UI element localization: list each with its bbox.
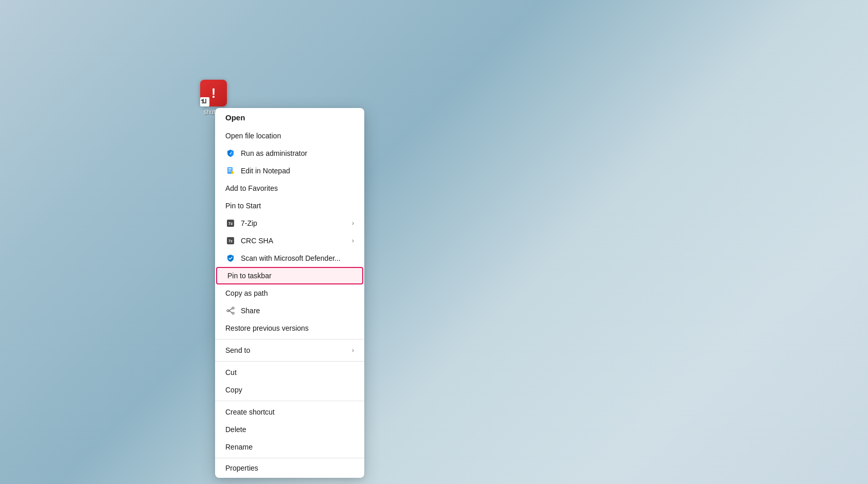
menu-item-share[interactable]: Share: [215, 302, 364, 319]
menu-item-crc-sha[interactable]: 7z CRC SHA ›: [215, 232, 364, 249]
svg-point-10: [232, 307, 234, 309]
menu-item-send-to-label: Send to: [225, 346, 250, 354]
menu-item-run-as-admin[interactable]: ✓ Run as administrator: [215, 145, 364, 162]
menu-item-copy-path[interactable]: Copy as path: [215, 284, 364, 302]
share-icon: [225, 306, 236, 316]
notepad-icon: [225, 166, 236, 176]
menu-item-run-as-admin-label: Run as administrator: [241, 149, 307, 157]
crc-sha-icon: 7z: [225, 236, 236, 246]
menu-item-crc-sha-label: CRC SHA: [241, 237, 273, 245]
menu-item-open-label: Open: [225, 113, 245, 122]
menu-separator-4: [215, 458, 364, 458]
svg-text:7z: 7z: [228, 239, 233, 243]
desktop-background: [0, 0, 868, 484]
menu-item-pin-taskbar[interactable]: Pin to taskbar: [216, 267, 363, 284]
shortcut-icon-image: [200, 80, 227, 106]
svg-text:✓: ✓: [229, 151, 233, 156]
menu-item-copy[interactable]: Copy: [215, 381, 364, 399]
menu-item-edit-notepad-label: Edit in Notepad: [241, 167, 290, 175]
menu-item-copy-path-label: Copy as path: [225, 289, 268, 297]
menu-separator-1: [215, 339, 364, 339]
menu-item-7zip-label: 7-Zip: [241, 219, 257, 227]
menu-item-open-file-location-label: Open file location: [225, 132, 281, 140]
shortcut-arrow-overlay: [200, 97, 209, 106]
defender-icon: [225, 253, 236, 263]
menu-item-open-file-location[interactable]: Open file location: [215, 127, 364, 145]
menu-item-copy-label: Copy: [225, 386, 242, 394]
menu-item-restore-versions-label: Restore previous versions: [225, 324, 309, 332]
menu-item-delete[interactable]: Delete: [215, 421, 364, 438]
svg-point-11: [232, 312, 234, 314]
menu-item-scan-defender-label: Scan with Microsoft Defender...: [241, 254, 341, 262]
svg-line-13: [229, 309, 232, 311]
7zip-icon: 7z: [225, 218, 236, 228]
menu-item-delete-label: Delete: [225, 425, 246, 434]
menu-item-open[interactable]: Open: [215, 108, 364, 127]
7zip-submenu-chevron: ›: [352, 220, 354, 227]
menu-item-cut[interactable]: Cut: [215, 364, 364, 381]
menu-item-create-shortcut[interactable]: Create shortcut: [215, 403, 364, 421]
menu-item-cut-label: Cut: [225, 368, 237, 377]
menu-item-properties-label: Properties: [225, 464, 258, 472]
menu-item-pin-start-label: Pin to Start: [225, 202, 261, 210]
menu-item-rename-label: Rename: [225, 443, 253, 451]
menu-item-pin-start[interactable]: Pin to Start: [215, 197, 364, 214]
menu-separator-2: [215, 361, 364, 362]
menu-item-rename[interactable]: Rename: [215, 438, 364, 456]
menu-item-share-label: Share: [241, 307, 260, 315]
context-menu: Open Open file location ✓ Run as adminis…: [215, 108, 364, 478]
shield-icon: ✓: [225, 148, 236, 158]
menu-item-create-shortcut-label: Create shortcut: [225, 408, 275, 416]
menu-item-pin-taskbar-label: Pin to taskbar: [227, 272, 272, 280]
svg-line-14: [229, 311, 232, 313]
menu-item-add-favorites[interactable]: Add to Favorites: [215, 180, 364, 197]
svg-rect-3: [228, 170, 232, 170]
menu-item-restore-versions[interactable]: Restore previous versions: [215, 319, 364, 337]
svg-rect-2: [228, 168, 232, 169]
menu-item-add-favorites-label: Add to Favorites: [225, 184, 278, 192]
crc-sha-submenu-chevron: ›: [352, 237, 354, 244]
menu-item-edit-notepad[interactable]: Edit in Notepad: [215, 162, 364, 180]
menu-item-properties[interactable]: Properties: [215, 460, 364, 478]
menu-item-scan-defender[interactable]: Scan with Microsoft Defender...: [215, 249, 364, 267]
svg-point-12: [227, 310, 229, 312]
svg-rect-4: [228, 171, 231, 172]
menu-item-send-to[interactable]: Send to ›: [215, 342, 364, 359]
menu-separator-3: [215, 401, 364, 401]
svg-text:7z: 7z: [228, 221, 233, 226]
menu-item-7zip[interactable]: 7z 7-Zip ›: [215, 214, 364, 232]
send-to-submenu-chevron: ›: [352, 347, 354, 354]
